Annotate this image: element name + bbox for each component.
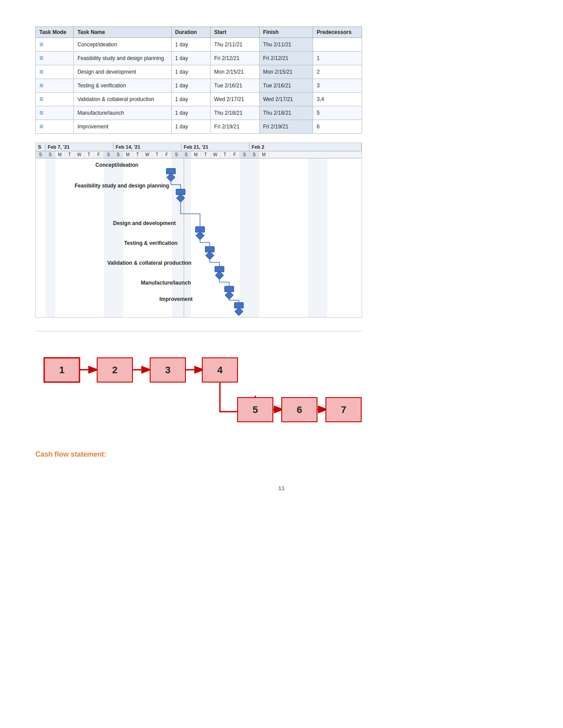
gantt-connector-line [210, 259, 219, 266]
gantt-week-label-pre: S [36, 143, 45, 151]
cell-task-name: Manufacture/launch [74, 106, 171, 120]
col-header-task-mode[interactable]: Task Mode [36, 27, 74, 38]
cell-pred: 5 [313, 106, 362, 120]
gantt-day-cell: M [191, 151, 201, 158]
svg-text:6: 6 [297, 404, 302, 415]
cell-mode: ≡ [36, 79, 74, 93]
svg-text:4: 4 [217, 364, 223, 375]
gantt-day-cell: F [230, 151, 240, 158]
gantt-day-cell: T [201, 151, 211, 158]
gantt-day-cell: F [94, 151, 104, 158]
cell-mode: ≡ [36, 93, 74, 106]
cell-pred: 2 [313, 65, 362, 79]
gantt-day-cell: T [133, 151, 143, 158]
gantt-day-cell: W [75, 151, 84, 158]
cell-duration: 1 day [171, 52, 210, 65]
table-row: ≡ Feasibility study and design planning … [36, 52, 362, 65]
cell-mode: ≡ [36, 38, 74, 52]
task-mode-icon: ≡ [39, 68, 43, 75]
table-row: ≡ Validation & collateral production 1 d… [36, 93, 362, 106]
cell-finish: Fri 2/12/21 [259, 52, 313, 65]
cell-pred: 3,4 [313, 93, 362, 106]
gantt-connector-line [219, 278, 229, 286]
gantt-day-cell: M [259, 151, 269, 158]
table-row: ≡ Design and development 1 day Mon 2/15/… [36, 65, 362, 79]
cell-task-name: Feasibility study and design planning [74, 52, 171, 65]
cell-mode: ≡ [36, 120, 74, 134]
task-mode-icon: ≡ [39, 82, 43, 89]
task-mode-icon: ≡ [39, 95, 43, 103]
cell-finish: Mon 2/15/21 [259, 65, 313, 79]
cell-finish: Thu 2/18/21 [259, 106, 313, 120]
gantt-week-4: Feb 2 [249, 143, 362, 151]
gantt-week-2: Feb 14, '21 [113, 143, 181, 151]
gantt-day-cell: S [240, 151, 249, 158]
cell-mode: ≡ [36, 106, 74, 120]
cash-flow-heading: Cash flow statement: [35, 450, 528, 458]
col-header-task-name[interactable]: Task Name [74, 27, 171, 38]
col-header-start[interactable]: Start [211, 27, 260, 38]
col-header-duration[interactable]: Duration [171, 27, 210, 38]
gantt-day-cell: T [220, 151, 230, 158]
cell-pred: 3 [313, 79, 362, 93]
cell-duration: 1 day [171, 120, 210, 134]
cell-start: Tue 2/16/21 [211, 79, 260, 93]
gantt-day-cell: T [65, 151, 75, 158]
gantt-day-cell: W [143, 151, 152, 158]
gantt-days-row: SSMTWTFSSMTWTFSSMTWTFSSM [36, 151, 362, 158]
gantt-day-cell: T [152, 151, 162, 158]
task-mode-icon: ≡ [39, 54, 43, 62]
gantt-day-cell: S [249, 151, 259, 158]
cell-finish: Tue 2/16/21 [259, 79, 313, 93]
cell-mode: ≡ [36, 65, 74, 79]
gantt-day-cell: S [36, 151, 45, 158]
table-row: ≡ Improvement 1 day Fri 2/19/21 Fri 2/19… [36, 120, 362, 134]
task-mode-icon: ≡ [39, 41, 43, 48]
gantt-day-cell: T [84, 151, 94, 158]
network-svg: 1 2 3 4 5 6 7 [35, 345, 362, 433]
cell-duration: 1 day [171, 38, 210, 52]
gantt-connectors [36, 158, 362, 317]
cell-task-name: Improvement [74, 120, 171, 134]
col-header-finish[interactable]: Finish [259, 27, 313, 38]
col-header-pred[interactable]: Predecessors [313, 27, 362, 38]
gantt-week-1: Feb 7, '21 [45, 143, 113, 151]
gantt-connector-line [171, 180, 181, 189]
cell-start: Fri 2/12/21 [211, 52, 260, 65]
section-divider [35, 331, 362, 331]
gantt-table: Task Mode Task Name Duration Start Finis… [35, 26, 362, 134]
cell-finish: Fri 2/19/21 [259, 120, 313, 134]
gantt-day-cell: M [55, 151, 65, 158]
gantt-day-cell: S [181, 151, 191, 158]
gantt-day-cell: S [172, 151, 181, 158]
cell-duration: 1 day [171, 79, 210, 93]
task-mode-icon: ≡ [39, 123, 43, 130]
gantt-connector-line [229, 298, 239, 302]
table-row: ≡ Concept/ideation 1 day Thu 2/11/21 Thu… [36, 38, 362, 52]
cell-pred: 1 [313, 52, 362, 65]
cell-task-name: Concept/ideation [74, 38, 171, 52]
cell-pred [313, 38, 362, 52]
svg-text:7: 7 [341, 404, 346, 415]
gantt-day-cell: S [104, 151, 113, 158]
svg-text:3: 3 [165, 364, 170, 375]
table-row: ≡ Manufacture/launch 1 day Thu 2/18/21 T… [36, 106, 362, 120]
page-number: 11 [35, 485, 528, 492]
gantt-day-cell: S [45, 151, 55, 158]
cell-task-name: Testing & verification [74, 79, 171, 93]
svg-text:2: 2 [112, 364, 117, 375]
gantt-body: Concept/ideationFeasibility study and de… [36, 158, 362, 317]
cell-start: Mon 2/15/21 [211, 65, 260, 79]
network-diagram: 1 2 3 4 5 6 7 [35, 345, 362, 433]
gantt-connector-line [200, 239, 210, 246]
gantt-day-cell: F [162, 151, 172, 158]
gantt-connector-line [181, 201, 200, 226]
gantt-day-cell: W [211, 151, 220, 158]
task-mode-icon: ≡ [39, 109, 43, 116]
gantt-day-cell: M [123, 151, 133, 158]
cell-duration: 1 day [171, 106, 210, 120]
cell-start: Thu 2/18/21 [211, 106, 260, 120]
cell-pred: 6 [313, 120, 362, 134]
table-row: ≡ Testing & verification 1 day Tue 2/16/… [36, 79, 362, 93]
gantt-day-cell: S [113, 151, 123, 158]
